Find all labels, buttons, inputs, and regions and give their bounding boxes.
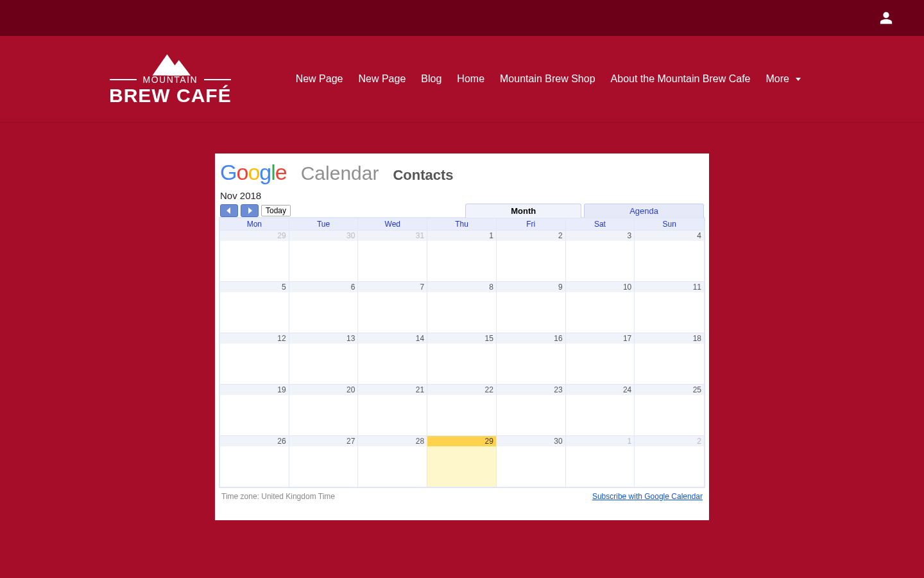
dow-cell: Mon <box>220 218 289 230</box>
nav-item[interactable]: Blog <box>421 73 441 85</box>
day-number: 1 <box>427 231 496 241</box>
day-number: 13 <box>289 333 358 344</box>
day-cell[interactable]: 30 <box>289 230 359 281</box>
user-icon[interactable] <box>879 11 893 25</box>
day-number: 25 <box>635 385 704 395</box>
calendar-footer: Time zone: United Kingdom Time Subscribe… <box>219 488 705 501</box>
day-cell[interactable]: 4 <box>635 230 704 281</box>
prev-month-button[interactable] <box>220 204 238 217</box>
day-cell[interactable]: 12 <box>220 333 289 384</box>
day-number: 23 <box>497 385 565 395</box>
day-cell[interactable]: 19 <box>220 384 289 435</box>
day-number: 17 <box>566 333 635 344</box>
day-cell[interactable]: 27 <box>289 435 359 487</box>
page-body: Google Calendar Contacts Nov 2018 Today … <box>0 123 924 520</box>
day-cell[interactable]: 18 <box>635 333 704 384</box>
day-cell[interactable]: 2 <box>497 230 566 281</box>
week-row: 12131415161718 <box>220 333 704 384</box>
day-cell[interactable]: 31 <box>358 230 427 281</box>
day-cell[interactable]: 11 <box>635 281 704 333</box>
day-number: 30 <box>497 436 565 446</box>
dow-cell: Fri <box>497 218 566 230</box>
day-number: 29 <box>220 231 289 241</box>
day-number: 19 <box>220 385 289 395</box>
day-cell[interactable]: 16 <box>497 333 566 384</box>
day-number: 7 <box>358 282 427 292</box>
day-cell[interactable]: 1 <box>566 435 635 487</box>
day-number: 22 <box>427 385 496 395</box>
nav-item[interactable]: Mountain Brew Shop <box>500 73 595 85</box>
calendar-brand-label: Calendar <box>301 162 379 184</box>
day-cell[interactable]: 2 <box>635 435 704 487</box>
day-number: 16 <box>497 333 565 344</box>
day-cell[interactable]: 20 <box>289 384 359 435</box>
nav-more-label: More <box>766 73 789 84</box>
dow-cell: Wed <box>358 218 427 230</box>
day-cell[interactable]: 24 <box>566 384 635 435</box>
day-number: 11 <box>635 282 704 292</box>
day-cell[interactable]: 5 <box>220 281 289 333</box>
tab-agenda[interactable]: Agenda <box>584 204 704 218</box>
week-row: 2930311234 <box>220 230 704 281</box>
day-cell[interactable]: 15 <box>427 333 497 384</box>
google-logo: Google <box>220 160 287 185</box>
day-number: 14 <box>358 333 427 344</box>
day-cell[interactable]: 7 <box>358 281 427 333</box>
day-cell[interactable]: 13 <box>289 333 359 384</box>
week-row: 567891011 <box>220 281 704 333</box>
logo-line1: MOUNTAIN <box>143 74 198 85</box>
day-number: 29 <box>427 436 496 446</box>
view-tabs: Month Agenda <box>465 204 704 218</box>
day-cell[interactable]: 29 <box>427 435 497 487</box>
day-cell[interactable]: 17 <box>566 333 635 384</box>
day-cell[interactable]: 28 <box>358 435 427 487</box>
calendar-month-label: Nov 2018 <box>220 190 704 201</box>
day-number: 10 <box>566 282 635 292</box>
day-cell[interactable]: 21 <box>358 384 427 435</box>
site-logo[interactable]: MOUNTAIN BREW CAFÉ <box>109 51 232 107</box>
nav-item[interactable]: About the Mountain Brew Cafe <box>611 73 751 85</box>
week-row: 262728293012 <box>220 435 704 487</box>
day-cell[interactable]: 10 <box>566 281 635 333</box>
subscribe-link[interactable]: Subscribe with Google Calendar <box>592 492 703 501</box>
chevron-right-icon <box>247 207 252 214</box>
nav-more[interactable]: More <box>766 73 801 85</box>
mountain-icon <box>135 51 205 77</box>
day-cell[interactable]: 9 <box>497 281 566 333</box>
utility-bar <box>0 0 924 36</box>
next-month-button[interactable] <box>241 204 259 217</box>
logo-line1-wrap: MOUNTAIN <box>110 74 232 85</box>
day-number: 2 <box>635 436 704 446</box>
today-button[interactable]: Today <box>261 205 291 216</box>
day-cell[interactable]: 30 <box>497 435 566 487</box>
day-number: 5 <box>220 282 289 292</box>
day-number: 28 <box>358 436 427 446</box>
nav-item[interactable]: New Page <box>296 73 343 85</box>
nav-item[interactable]: New Page <box>358 73 406 85</box>
day-number: 3 <box>566 231 635 241</box>
day-cell[interactable]: 6 <box>289 281 359 333</box>
calendar-brand-row: Google Calendar Contacts <box>219 157 705 186</box>
svg-marker-2 <box>227 207 230 214</box>
day-cell[interactable]: 25 <box>635 384 704 435</box>
day-cell[interactable]: 29 <box>220 230 289 281</box>
chevron-down-icon <box>796 78 801 81</box>
day-number: 6 <box>289 282 358 292</box>
day-cell[interactable]: 23 <box>497 384 566 435</box>
day-cell[interactable]: 1 <box>427 230 497 281</box>
day-cell[interactable]: 3 <box>566 230 635 281</box>
dow-cell: Tue <box>289 218 359 230</box>
day-cell[interactable]: 14 <box>358 333 427 384</box>
google-calendar-widget: Google Calendar Contacts Nov 2018 Today … <box>215 153 709 520</box>
logo-line2: BREW CAFÉ <box>109 85 232 107</box>
day-cell[interactable]: 26 <box>220 435 289 487</box>
nav-item[interactable]: Home <box>457 73 484 85</box>
day-cell[interactable]: 22 <box>427 384 497 435</box>
tab-month[interactable]: Month <box>465 204 581 218</box>
timezone-label: Time zone: United Kingdom Time <box>221 492 335 501</box>
dow-cell: Thu <box>427 218 497 230</box>
day-number: 20 <box>289 385 358 395</box>
day-cell[interactable]: 8 <box>427 281 497 333</box>
calendar-controls: Today Month Agenda <box>219 204 705 218</box>
site-header: MOUNTAIN BREW CAFÉ New Page New Page Blo… <box>0 36 924 123</box>
